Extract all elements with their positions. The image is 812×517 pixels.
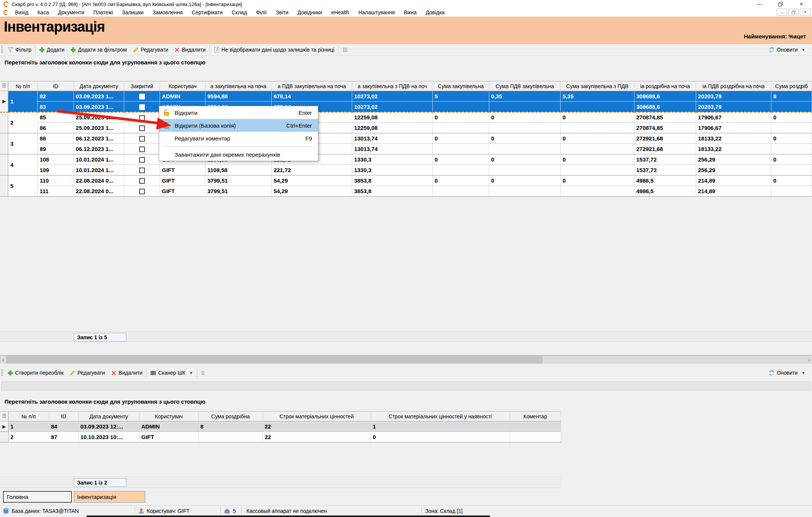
cell-value-7[interactable]: 18133,22 [696, 144, 771, 154]
refresh-button-bottom[interactable]: Оновити ▼ [765, 367, 808, 379]
cell-value-3[interactable]: 0 [433, 133, 489, 144]
cell-value-3[interactable] [433, 123, 489, 133]
grid-corner-button[interactable] [0, 81, 8, 91]
cell-value-0[interactable]: 3799,51 [205, 186, 272, 197]
menubar-item-6[interactable]: Сертифікати [187, 9, 227, 15]
horizontal-scrollbar[interactable]: ‹ › [0, 355, 812, 364]
cell-value-4[interactable]: 0 [489, 112, 561, 123]
inventory-column-header-10[interactable]: Сума закупівельна з ПДВ [561, 81, 634, 91]
menubar-item-3[interactable]: Платежі [89, 9, 117, 15]
cell-date[interactable]: 03.09.2023 1... [74, 102, 124, 112]
cell-value-5[interactable] [561, 165, 634, 175]
inventory-column-header-9[interactable]: Сума ПДВ закупівельна [489, 81, 561, 91]
cell-user[interactable]: GIFT [139, 432, 198, 442]
inventory-column-header-4[interactable]: Користувач [160, 81, 205, 91]
cell-value-8[interactable] [771, 186, 812, 197]
recount-row-87[interactable]: 28710.10.2023 10:...GIFT220 [0, 432, 561, 442]
cell-id[interactable]: 89 [38, 144, 74, 154]
cell-value-8[interactable]: 0 [771, 175, 812, 186]
cell-value-6[interactable]: 4986,5 [634, 186, 696, 197]
cell-value-5[interactable] [561, 123, 634, 133]
inventory-column-header-12[interactable]: іа ПДВ роздрібна на поча [696, 81, 771, 91]
cell-value-5[interactable]: 0 [561, 133, 634, 144]
menubar-item-10[interactable]: Довідники [293, 9, 327, 15]
cell-id[interactable]: 82 [38, 91, 74, 102]
cell-id[interactable]: 111 [38, 186, 74, 197]
cell-closed[interactable] [124, 91, 160, 102]
cell-value-8[interactable] [771, 102, 812, 112]
cell-value-2[interactable]: 3853,8 [352, 186, 433, 197]
menubar-item-7[interactable]: Склад [227, 9, 252, 15]
tab-inventory[interactable]: Інвентаризація [74, 491, 145, 503]
cell-value-4[interactable]: 0 [489, 133, 561, 144]
cell-value-3[interactable] [433, 186, 489, 197]
menubar-item-13[interactable]: Вікна [399, 9, 421, 15]
cell-date[interactable]: 25.09.2023 1... [74, 112, 124, 123]
cell-value-1[interactable]: 54,29 [272, 186, 352, 197]
closed-checkbox[interactable] [139, 178, 145, 184]
inventory-column-header-3[interactable]: Закритий [124, 81, 160, 91]
cell-id[interactable]: 88 [38, 133, 74, 144]
cell-date[interactable]: 25.09.2023 1... [74, 123, 124, 133]
minimize-button[interactable]: — [749, 0, 770, 8]
cell-value-4[interactable] [489, 102, 561, 112]
cell-value-7[interactable]: 17906,67 [696, 123, 771, 133]
closed-checkbox[interactable] [139, 146, 145, 152]
menubar-item-4[interactable]: Залишки [117, 9, 148, 15]
cell-closed[interactable] [124, 112, 160, 123]
inventory-row-111[interactable]: 11122.08.2024 0...GIFT3799,5154,293853,8… [0, 186, 812, 197]
cell-term[interactable]: 22 [263, 432, 371, 442]
context-menu-item-edit-comment[interactable]: Редагувати коментар F9 [159, 132, 318, 145]
inventory-row-108[interactable]: 410810.01.2024 1...GIFT1108,58221,721330… [0, 154, 812, 165]
menubar-item-14[interactable]: Довідка [421, 9, 449, 15]
recount-column-header-6[interactable]: Строк матеріальних цінностей у наявності [371, 412, 510, 421]
cell-closed[interactable] [124, 165, 160, 175]
grid-corner-button[interactable] [0, 412, 8, 421]
cell-value-1[interactable]: 54,29 [272, 175, 352, 186]
inventory-column-header-13[interactable]: Сума роздріб [771, 81, 812, 91]
inventory-column-header-7[interactable]: а закупівельна з ПДВ на поч [352, 81, 433, 91]
cell-value-1[interactable]: 221,72 [272, 165, 352, 175]
closed-checkbox[interactable] [139, 125, 145, 131]
cell-value-7[interactable]: 20203,79 [696, 91, 771, 102]
context-menu-item-open[interactable]: Відкрити Enter [159, 106, 318, 119]
cell-value-8[interactable] [771, 144, 812, 154]
cell-value-4[interactable]: 0 [489, 154, 561, 165]
restore-button[interactable] [770, 0, 791, 8]
barcode-scanner-button[interactable]: Сканер ШК ▼ [147, 367, 196, 379]
cell-sum[interactable] [198, 432, 263, 442]
cell-date[interactable]: 10.01.2024 1... [74, 165, 124, 175]
inventory-column-header-8[interactable]: Сума закупівельна [433, 81, 489, 91]
cell-value-7[interactable]: 214,89 [696, 186, 771, 197]
menubar-item-5[interactable]: Замовлення [148, 9, 187, 15]
scroll-left-button[interactable]: ‹ [0, 355, 6, 364]
cell-num[interactable]: 2 [8, 432, 49, 442]
cell-value-2[interactable]: 1330,3 [352, 154, 433, 165]
cell-value-1[interactable]: 678,14 [272, 91, 352, 102]
refresh-button-top[interactable]: Оновити ▼ [765, 44, 808, 55]
inventory-row-83[interactable]: 8303.09.2023 1...ADMIN9594,88678,1410273… [0, 102, 812, 112]
cell-value-7[interactable]: 18133,22 [696, 133, 771, 144]
menubar-item-0[interactable]: Вихід [11, 9, 33, 15]
cell-value-3[interactable] [433, 165, 489, 175]
cell-closed[interactable] [124, 175, 160, 186]
cell-user[interactable]: ADMIN [139, 421, 198, 432]
cell-value-2[interactable]: 12259,08 [352, 112, 433, 123]
edit-button-bottom[interactable]: Редагувати [67, 367, 108, 379]
mdi-close-button[interactable]: ✕ [800, 9, 810, 16]
cell-value-6[interactable]: 308688,6 [634, 91, 696, 102]
inventory-row-82[interactable]: ▶18203.09.2023 1...ADMIN9594,88678,14102… [0, 91, 812, 102]
cell-value-2[interactable]: 13013,74 [352, 133, 433, 144]
cell-value-5[interactable]: 0 [561, 175, 634, 186]
cell-date[interactable]: 22.08.2024 0... [74, 186, 124, 197]
inventory-row-110[interactable]: 511022.08.2024 0...GIFT3799,5154,293853,… [0, 175, 812, 186]
recount-row-84[interactable]: ▶18403.09.2023 12:...ADMIN8221 [0, 421, 561, 432]
cell-value-2[interactable]: 3853,8 [352, 175, 433, 186]
cell-value-8[interactable] [771, 123, 812, 133]
closed-checkbox[interactable] [139, 189, 145, 194]
edit-button[interactable]: Редагувати [130, 44, 171, 55]
cell-date[interactable]: 06.12.2023 1... [74, 144, 124, 154]
cell-value-0[interactable]: 9594,88 [205, 91, 272, 102]
cell-value-3[interactable] [433, 102, 489, 112]
cell-value-5[interactable]: 0 [561, 154, 634, 165]
